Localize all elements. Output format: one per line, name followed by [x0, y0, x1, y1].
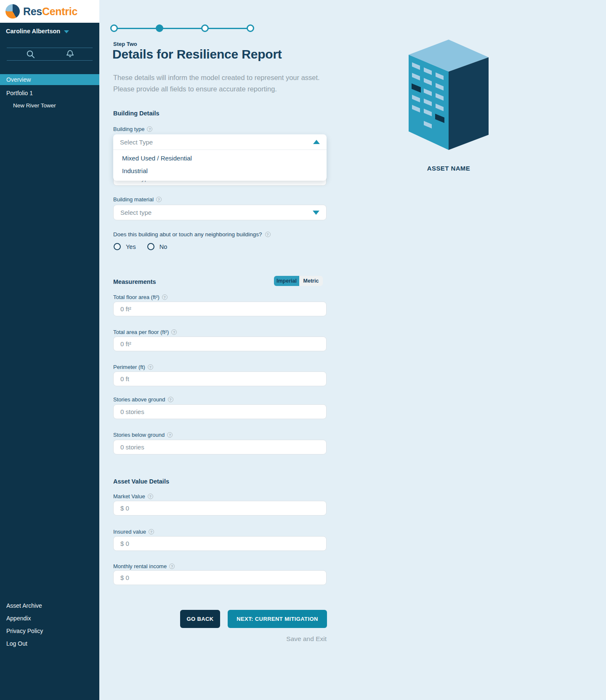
rental-income-label: Monthly rental income ? — [113, 563, 175, 569]
brand-logo[interactable]: ResCentric — [0, 0, 99, 23]
stepper-step-1[interactable] — [110, 24, 118, 32]
building-type-options: Mixed Used / Residential Industrial — [113, 150, 327, 181]
insured-value-input[interactable] — [113, 536, 327, 551]
building-type-label-text: Building type — [113, 126, 144, 132]
page-description-line-1: These details will inform the model crea… — [113, 72, 324, 83]
insured-value-label-text: Insured value — [113, 529, 146, 535]
help-icon[interactable]: ? — [168, 397, 173, 402]
market-value-label-text: Market Value — [113, 493, 145, 500]
building-type-label: Building type ? — [113, 126, 152, 132]
help-icon[interactable]: ? — [156, 197, 162, 202]
radio-no-label: No — [159, 243, 167, 250]
stories-above-label-text: Stories above ground — [113, 396, 165, 403]
perimeter-input[interactable] — [113, 371, 327, 386]
building-type-dropdown-open: Select Type Mixed Used / Residential Ind… — [113, 134, 327, 181]
market-value-input[interactable] — [113, 501, 327, 516]
area-per-floor-label-text: Total area per floor (ft²) — [113, 329, 169, 335]
chevron-down-icon[interactable] — [313, 211, 319, 215]
building-type-placeholder: Select Type — [120, 139, 313, 146]
chevron-up-icon[interactable] — [313, 140, 320, 144]
user-name: Caroline Albertson — [6, 28, 60, 35]
area-per-floor-label: Total area per floor (ft²) ? — [113, 329, 177, 335]
total-floor-area-input[interactable] — [113, 302, 327, 316]
help-icon[interactable]: ? — [147, 126, 152, 132]
building-illustration — [409, 40, 489, 152]
building-material-label-text: Building material — [113, 196, 154, 203]
section-measurements: Measurements — [113, 278, 156, 285]
help-icon[interactable]: ? — [148, 494, 153, 499]
save-and-exit-link[interactable]: Save and Exit — [242, 635, 327, 643]
stepper-step-3[interactable] — [201, 24, 209, 32]
insured-value-label: Insured value ? — [113, 529, 154, 535]
notifications-bell-icon[interactable] — [65, 49, 75, 59]
radio-no[interactable] — [147, 243, 154, 250]
page-description: These details will inform the model crea… — [113, 72, 324, 94]
sidebar-item-appendix[interactable]: Appendix — [6, 615, 31, 622]
go-back-button[interactable]: GO BACK — [180, 610, 220, 628]
abut-question-text: Does this building abut or touch any nei… — [113, 231, 262, 238]
unit-toggle: Imperial Metric — [274, 276, 323, 286]
radio-yes[interactable] — [114, 243, 121, 250]
stories-below-label: Stories below ground ? — [113, 432, 173, 438]
brand-wordmark: ResCentric — [23, 5, 77, 18]
sidebar-item-asset-archive[interactable]: Asset Archive — [6, 602, 42, 609]
market-value-label: Market Value ? — [113, 493, 153, 500]
option-mixed-used-residential[interactable]: Mixed Used / Residential — [113, 152, 327, 165]
page-title: Details for Resilience Report — [112, 47, 282, 61]
user-menu[interactable]: Caroline Albertson — [6, 28, 69, 35]
total-floor-area-label: Total floor area (ft²) ? — [113, 294, 167, 300]
asset-name-caption: ASSET NAME — [409, 165, 489, 172]
search-icon[interactable] — [26, 49, 35, 59]
rental-income-input[interactable] — [113, 570, 327, 585]
stories-below-input[interactable] — [113, 440, 327, 454]
next-current-mitigation-button[interactable]: NEXT: CURRENT MITIGATION — [228, 610, 327, 628]
stepper-line — [114, 28, 250, 29]
perimeter-label: Perimeter (ft) ? — [113, 364, 153, 370]
stories-below-label-text: Stories below ground — [113, 432, 165, 438]
area-per-floor-input[interactable] — [113, 337, 327, 351]
divider — [7, 60, 93, 61]
brand-swirl-icon — [5, 4, 20, 19]
building-material-select[interactable]: Select type — [113, 205, 327, 220]
help-icon[interactable]: ? — [167, 432, 173, 438]
divider — [7, 48, 93, 48]
stories-above-label: Stories above ground ? — [113, 396, 173, 403]
help-icon[interactable]: ? — [149, 529, 154, 534]
sidebar-item-new-river-tower[interactable]: New River Tower — [0, 100, 99, 111]
sidebar: ResCentric Caroline Albertson Overview P… — [0, 0, 99, 700]
brand-text-res: Res — [23, 5, 42, 17]
sidebar-item-log-out[interactable]: Log Out — [6, 640, 27, 647]
section-building-details: Building Details — [113, 110, 159, 117]
sidebar-item-portfolio-1[interactable]: Portfolio 1 — [0, 88, 99, 99]
section-asset-value: Asset Value Details — [113, 478, 169, 485]
sidebar-item-privacy-policy[interactable]: Privacy Policy — [6, 627, 43, 635]
sidebar-icon-row — [0, 49, 99, 60]
stepper-step-4[interactable] — [247, 24, 254, 32]
app: ResCentric Caroline Albertson Overview P… — [0, 0, 606, 700]
sidebar-item-overview[interactable]: Overview — [0, 74, 99, 85]
brand-text-centric: Centric — [42, 5, 77, 17]
stories-above-input[interactable] — [113, 404, 327, 419]
building-material-label: Building material ? — [113, 196, 162, 203]
help-icon[interactable]: ? — [148, 364, 153, 370]
building-material-placeholder: Select type — [120, 209, 313, 216]
building-type-select[interactable]: Select Type — [113, 134, 327, 150]
help-icon[interactable]: ? — [171, 329, 177, 335]
page-description-line-2: Please provide all fields to ensure accu… — [113, 83, 324, 95]
toggle-imperial[interactable]: Imperial — [274, 276, 299, 286]
abut-radio-group: Yes No — [114, 243, 178, 250]
perimeter-label-text: Perimeter (ft) — [113, 364, 145, 370]
radio-yes-label: Yes — [126, 243, 136, 250]
total-floor-area-label-text: Total floor area (ft²) — [113, 294, 159, 300]
abut-question: Does this building abut or touch any nei… — [113, 231, 271, 238]
help-icon[interactable]: ? — [265, 232, 271, 237]
help-icon[interactable]: ? — [162, 294, 167, 300]
toggle-metric[interactable]: Metric — [299, 276, 323, 286]
option-industrial[interactable]: Industrial — [113, 165, 327, 177]
help-icon[interactable]: ? — [169, 564, 175, 569]
chevron-down-icon — [64, 30, 69, 33]
step-label: Step Two — [113, 41, 137, 47]
rental-income-label-text: Monthly rental income — [113, 563, 167, 569]
stepper-step-2-active[interactable] — [156, 24, 163, 32]
